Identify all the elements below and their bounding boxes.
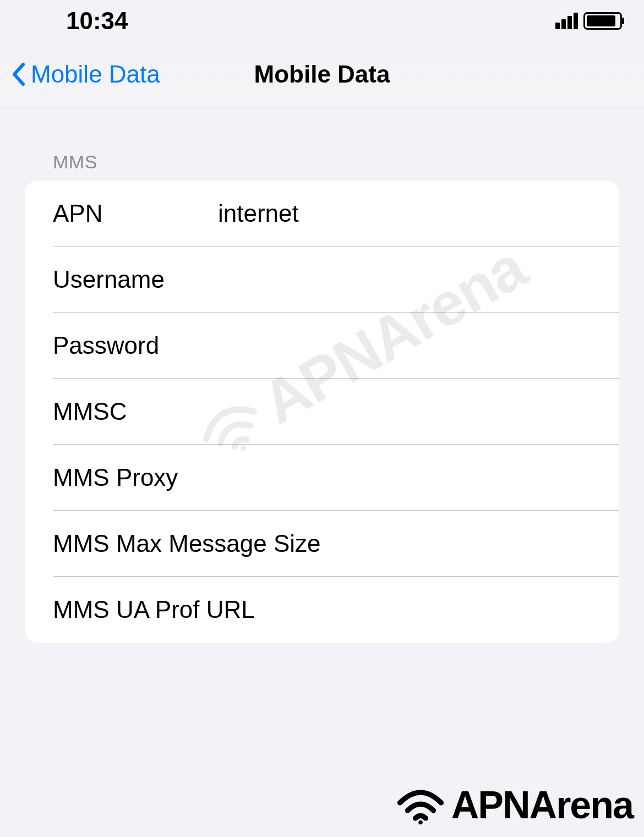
row-mms-proxy[interactable]: MMS Proxy xyxy=(25,445,619,511)
row-label: Username xyxy=(53,266,218,293)
footer-brand: APNArena xyxy=(393,783,633,827)
nav-title: Mobile Data xyxy=(254,61,390,88)
back-button[interactable]: Mobile Data xyxy=(11,61,160,88)
row-username[interactable]: Username xyxy=(25,247,619,313)
row-label: MMS Max Message Size xyxy=(53,530,619,557)
row-mms-max-message-size[interactable]: MMS Max Message Size xyxy=(25,511,619,577)
section-header-mms: MMS xyxy=(0,107,644,180)
row-apn[interactable]: APN xyxy=(25,180,619,247)
nav-bar: Mobile Data Mobile Data xyxy=(0,41,644,107)
row-password[interactable]: Password xyxy=(25,313,619,379)
footer-brand-text: APNArena xyxy=(451,783,633,827)
mms-proxy-input[interactable] xyxy=(218,464,619,491)
settings-group-mms: APN Username Password MMSC MMS Proxy MMS… xyxy=(25,180,619,643)
svg-point-1 xyxy=(418,820,423,824)
row-label: MMS Proxy xyxy=(53,464,218,491)
mmsc-input[interactable] xyxy=(218,398,619,425)
row-mmsc[interactable]: MMSC xyxy=(25,379,619,445)
back-label: Mobile Data xyxy=(31,61,160,88)
status-bar: 10:34 xyxy=(0,0,644,41)
password-input[interactable] xyxy=(218,332,619,359)
status-right xyxy=(555,12,622,30)
row-label: APN xyxy=(53,200,218,227)
status-time: 10:34 xyxy=(66,7,128,35)
row-mms-ua-prof-url[interactable]: MMS UA Prof URL xyxy=(25,577,619,643)
row-label: Password xyxy=(53,332,218,359)
username-input[interactable] xyxy=(218,266,619,293)
cellular-signal-icon xyxy=(555,13,578,29)
chevron-left-icon xyxy=(11,62,26,86)
battery-icon xyxy=(583,12,622,30)
row-label: MMS UA Prof URL xyxy=(53,596,619,623)
wifi-icon xyxy=(393,785,448,826)
row-label: MMSC xyxy=(53,398,218,425)
apn-input[interactable] xyxy=(218,200,619,227)
